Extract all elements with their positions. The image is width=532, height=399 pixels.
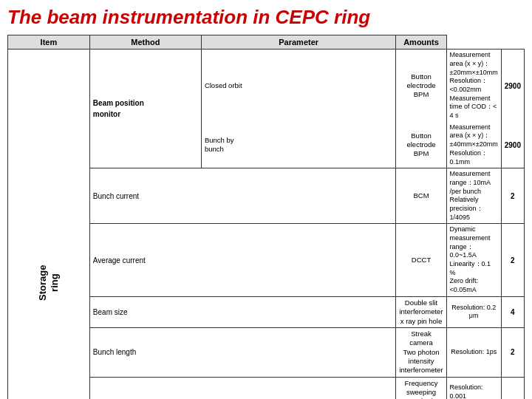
- avg-current-amount: 2: [501, 224, 524, 297]
- bunch-current-param: Measurement range：10mA /per bunchRelativ…: [446, 168, 501, 224]
- bpm-sub1: Closed orbit: [201, 50, 396, 122]
- bpm-amount1: 2900: [501, 50, 524, 122]
- beam-size-item: Beam size: [89, 296, 396, 327]
- tune-method1: Frequency sweeping method: [396, 377, 446, 399]
- instrumentation-table: Item Method Parameter Amounts Storagerin…: [7, 35, 525, 399]
- header-item: Item: [8, 35, 90, 50]
- bunch-length-method: Streak cameraTwo photon intensityinterfe…: [396, 327, 446, 377]
- bunch-length-param: Resolution: 1ps: [446, 327, 501, 377]
- header-amounts: Amounts: [396, 35, 446, 50]
- header-param: Parameter: [201, 35, 396, 50]
- table-row: Storagering Beam position monitor Closed…: [8, 50, 525, 122]
- bunch-length-item: Bunch length: [89, 327, 396, 377]
- bpm-method1: Button electrode BPM: [396, 50, 446, 122]
- beam-size-method: Double slit interferometerx ray pin hole: [396, 296, 446, 327]
- bpm-sub2: Bunch bybunch: [201, 122, 396, 168]
- bunch-current-method: BCM: [396, 168, 446, 224]
- bunch-length-amount: 2: [501, 327, 524, 377]
- beam-size-param: Resolution: 0.2 μm: [446, 296, 501, 327]
- bpm-item: Beam position monitor: [89, 50, 201, 168]
- tune-item: TUNE measurement: [89, 377, 396, 399]
- bunch-current-item: Bunch current: [89, 168, 396, 224]
- page-title: The beam instrumentation in CEPC ring: [7, 6, 525, 29]
- bpm-method2: Button electrode BPM: [396, 122, 446, 168]
- bpm-amount2: 2900: [501, 122, 524, 168]
- beam-size-amount: 4: [501, 296, 524, 327]
- header-method: Method: [89, 35, 201, 50]
- tune-amount: 2: [501, 377, 524, 399]
- bpm-param2: Measurement area (x × y)：±40mm×±20mmReso…: [446, 122, 501, 168]
- avg-current-item: Average current: [89, 224, 396, 297]
- bunch-current-amount: 2: [501, 168, 524, 224]
- avg-current-method: DCCT: [396, 224, 446, 297]
- bpm-param1: Measurement area (x × y)：±20mm×±10mmReso…: [446, 50, 501, 122]
- tune-param1: Resolution: 0.001: [446, 377, 501, 399]
- storage-ring-label: Storagering: [8, 50, 90, 399]
- avg-current-param: Dynamic measurement range：0.0~1.5ALinear…: [446, 224, 501, 297]
- page: The beam instrumentation in CEPC ring It…: [0, 0, 532, 399]
